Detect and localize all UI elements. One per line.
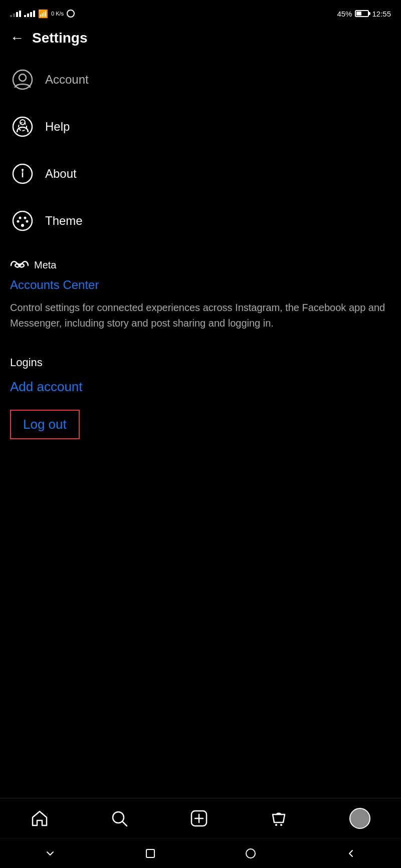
- meta-logo-icon: [10, 260, 29, 271]
- battery-icon: [355, 10, 369, 17]
- system-home-button[interactable]: [241, 843, 261, 863]
- logout-button[interactable]: Log out: [10, 410, 80, 439]
- nav-create[interactable]: [190, 809, 208, 827]
- settings-item-help[interactable]: Help: [0, 103, 401, 150]
- help-icon: [10, 114, 35, 139]
- svg-line-15: [122, 821, 127, 826]
- meta-label: Meta: [34, 259, 56, 271]
- nav-home[interactable]: [31, 809, 49, 827]
- nav-search[interactable]: [110, 809, 128, 827]
- theme-label: Theme: [45, 214, 83, 228]
- search-icon: [110, 809, 128, 827]
- nav-shop[interactable]: [270, 809, 288, 827]
- account-label: Account: [45, 73, 89, 87]
- clock: 12:55: [372, 10, 391, 18]
- settings-header: ← Settings: [0, 25, 401, 56]
- nav-profile[interactable]: [349, 808, 370, 829]
- system-back-button[interactable]: [341, 843, 361, 863]
- settings-item-about[interactable]: i About: [0, 150, 401, 197]
- meta-logo-row: Meta: [10, 259, 391, 271]
- svg-rect-21: [146, 849, 154, 857]
- about-icon: i: [10, 161, 35, 186]
- svg-point-7: [22, 169, 24, 171]
- bottom-nav: [0, 798, 401, 838]
- svg-point-1: [19, 74, 26, 81]
- svg-point-13: [21, 224, 24, 227]
- create-icon: [190, 809, 208, 827]
- meta-description: Control settings for connected experienc…: [10, 300, 391, 331]
- logins-section: Logins Add account Log out: [0, 341, 401, 444]
- status-right: 45% 12:55: [337, 10, 391, 18]
- accounts-center-link[interactable]: Accounts Center: [10, 278, 391, 292]
- theme-icon: [10, 208, 35, 233]
- account-icon: [10, 67, 35, 92]
- about-label: About: [45, 167, 77, 181]
- home-icon: [31, 809, 49, 827]
- add-account-button[interactable]: Add account: [10, 379, 391, 395]
- settings-item-theme[interactable]: Theme: [0, 197, 401, 244]
- sync-icon: [67, 10, 75, 18]
- meta-section: Meta Accounts Center Control settings fo…: [0, 244, 401, 341]
- signal-weak-icon: [10, 11, 21, 17]
- svg-point-8: [13, 211, 32, 230]
- status-left: 📶 0 K/s: [10, 9, 75, 19]
- shop-icon: [270, 809, 288, 827]
- help-label: Help: [45, 120, 70, 134]
- svg-point-11: [17, 220, 20, 223]
- profile-avatar: [349, 808, 370, 829]
- system-down-button[interactable]: [40, 843, 60, 863]
- wifi-icon: 📶: [38, 9, 48, 19]
- svg-point-12: [26, 220, 29, 223]
- signal-strong-icon: [24, 11, 35, 17]
- svg-point-19: [275, 824, 277, 826]
- svg-point-3: [20, 120, 25, 125]
- svg-point-22: [246, 849, 255, 858]
- svg-point-9: [19, 217, 22, 219]
- page-title: Settings: [32, 30, 87, 46]
- system-nav: [0, 838, 401, 868]
- svg-point-20: [280, 824, 282, 826]
- settings-list: Account Help i About: [0, 56, 401, 244]
- data-speed: 0 K/s: [51, 11, 64, 17]
- settings-item-account[interactable]: Account: [0, 56, 401, 103]
- battery-percent: 45%: [337, 10, 352, 18]
- logins-label: Logins: [10, 356, 391, 369]
- back-button[interactable]: ←: [10, 30, 24, 46]
- svg-point-10: [24, 217, 27, 219]
- system-recents-button[interactable]: [140, 843, 160, 863]
- status-bar: 📶 0 K/s 45% 12:55: [0, 0, 401, 25]
